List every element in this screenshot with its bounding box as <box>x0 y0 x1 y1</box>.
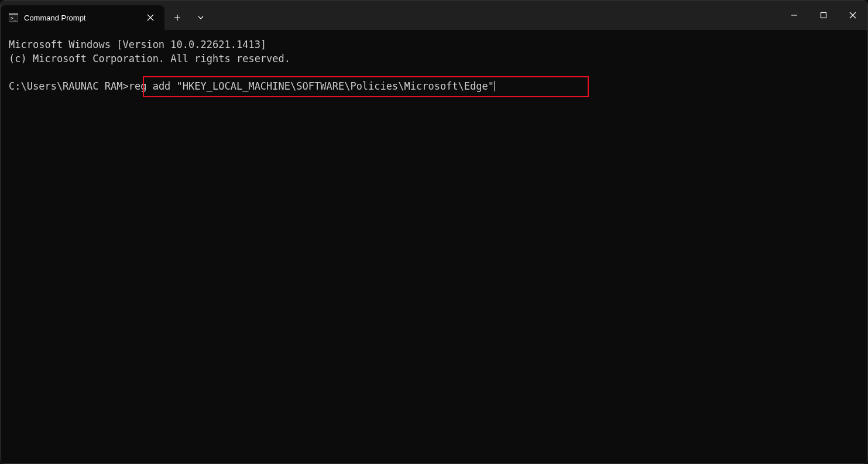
titlebar: >_ Command Prompt <box>1 1 867 30</box>
window-close-button[interactable] <box>838 1 867 30</box>
terminal-command: reg add "HKEY_LOCAL_MACHINE\SOFTWARE\Pol… <box>129 80 494 92</box>
new-tab-button[interactable] <box>167 7 188 28</box>
terminal-prompt-line: C:\Users\RAUNAC RAM>reg add "HKEY_LOCAL_… <box>9 80 495 94</box>
terminal-prompt: C:\Users\RAUNAC RAM> <box>9 80 129 92</box>
cmd-icon: >_ <box>9 13 18 22</box>
tab-command-prompt[interactable]: >_ Command Prompt <box>1 5 164 30</box>
text-cursor <box>494 81 495 91</box>
minimize-button[interactable] <box>780 1 809 30</box>
maximize-icon <box>820 12 827 19</box>
terminal-area[interactable]: Microsoft Windows [Version 10.0.22621.14… <box>1 30 867 102</box>
minimize-icon <box>791 12 798 19</box>
svg-rect-8 <box>821 13 826 18</box>
chevron-down-icon <box>197 15 204 20</box>
terminal-line: Microsoft Windows [Version 10.0.22621.14… <box>9 39 266 50</box>
close-icon <box>849 12 856 19</box>
titlebar-drag-area[interactable] <box>211 1 780 30</box>
tab-close-button[interactable] <box>143 11 157 25</box>
svg-rect-1 <box>9 13 18 15</box>
tab-title: Command Prompt <box>24 13 143 22</box>
window-controls <box>780 1 867 30</box>
tab-actions <box>164 5 211 30</box>
maximize-button[interactable] <box>809 1 838 30</box>
tab-dropdown-button[interactable] <box>190 7 211 28</box>
svg-text:>_: >_ <box>11 16 16 21</box>
terminal-line: (c) Microsoft Corporation. All rights re… <box>9 53 290 64</box>
plus-icon <box>174 14 181 21</box>
close-icon <box>147 14 154 21</box>
